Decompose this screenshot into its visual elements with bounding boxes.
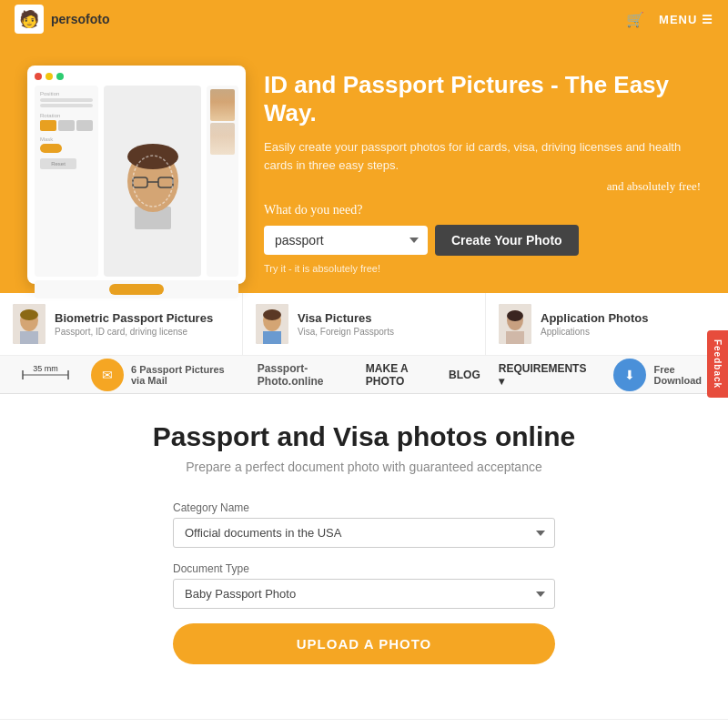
svg-rect-14 xyxy=(263,331,281,344)
nav-requirements[interactable]: REQUIREMENTS xyxy=(499,362,587,388)
mockup-rotation-control: Rotation xyxy=(40,113,93,131)
logo-icon: 🧑 xyxy=(15,5,44,34)
svg-point-2 xyxy=(127,144,178,169)
nav-blog[interactable]: BLOG xyxy=(449,369,480,381)
document-select[interactable]: Baby Passport Photo US Passport US Visa xyxy=(173,579,555,609)
svg-point-17 xyxy=(507,310,523,321)
category-label: Category Name xyxy=(173,501,555,514)
category-select[interactable]: Official documents in the USA European d… xyxy=(173,518,555,548)
mail-feature: ✉ 6 Passport Pictures via Mail xyxy=(91,359,239,391)
hero-form: passport visa id card driving license Cr… xyxy=(264,225,701,256)
svg-text:35 mm: 35 mm xyxy=(33,364,58,373)
application-photo-img xyxy=(499,304,531,344)
main-title: Passport and Visa photos online xyxy=(36,421,692,452)
mockup-min-dot xyxy=(46,73,53,80)
dimension-feature: 35 mm xyxy=(18,361,73,389)
svg-point-13 xyxy=(263,309,281,320)
hero-try-text: Try it - it is absolutely free! xyxy=(264,263,701,274)
hero-title: ID and Passport Pictures - The Easy Way. xyxy=(264,71,701,127)
photo-types-bar: Biometric Passport Pictures Passport, ID… xyxy=(0,293,728,356)
application-subtitle: Applications xyxy=(541,327,648,337)
feedback-tab[interactable]: Feedback xyxy=(707,330,728,398)
main-content: Passport and Visa photos online Prepare … xyxy=(0,394,728,719)
biometric-subtitle: Passport, ID card, driving license xyxy=(55,327,213,337)
photo-form: Category Name Official documents in the … xyxy=(173,501,555,664)
bottom-nav-strip: 35 mm ✉ 6 Passport Pictures via Mail Pas… xyxy=(0,356,728,394)
hero-content: ID and Passport Pictures - The Easy Way.… xyxy=(264,56,701,274)
photo-type-biometric[interactable]: Biometric Passport Pictures Passport, ID… xyxy=(0,293,243,355)
face-illustration xyxy=(116,134,189,229)
svg-point-9 xyxy=(20,309,38,320)
main-subtitle: Prepare a perfect document photo with gu… xyxy=(36,460,692,474)
mockup-close-dot xyxy=(35,73,42,80)
logo-area[interactable]: 🧑 persofoto xyxy=(15,5,110,34)
application-title: Application Photos xyxy=(541,311,648,325)
svg-rect-18 xyxy=(506,331,524,344)
mail-icon: ✉ xyxy=(91,359,124,391)
document-label: Document Type xyxy=(173,562,555,575)
mockup-main xyxy=(104,86,238,277)
hero-subtitle: Easily create your passport photos for i… xyxy=(264,138,701,174)
menu-button[interactable]: MENU ☰ xyxy=(659,13,713,26)
photo-type-application[interactable]: Application Photos Applications xyxy=(486,293,728,355)
upload-photo-button[interactable]: UPLOAD A PHOTO xyxy=(173,623,555,664)
biometric-photo-img xyxy=(13,304,46,344)
hero-what-label: What do you need? xyxy=(264,203,701,217)
hero-section: Position Rotation Mask Reset xyxy=(0,38,728,293)
download-feature: ⬇ Free Download xyxy=(613,359,710,391)
mockup-body: Position Rotation Mask Reset xyxy=(35,86,238,277)
category-group: Category Name Official documents in the … xyxy=(173,501,555,548)
visa-photo-img xyxy=(256,304,288,344)
download-feature-text: Free Download xyxy=(653,364,710,386)
visa-subtitle: Visa, Foreign Passports xyxy=(298,327,394,337)
photo-type-visa[interactable]: Visa Pictures Visa, Foreign Passports xyxy=(243,293,486,355)
mockup-sidebar: Position Rotation Mask Reset xyxy=(35,86,98,277)
visa-title: Visa Pictures xyxy=(298,311,394,325)
document-group: Document Type Baby Passport Photo US Pas… xyxy=(173,562,555,609)
bottom-logo: Passport-Photo.online xyxy=(258,362,348,388)
header: 🧑 persofoto 🛒 MENU ☰ xyxy=(0,0,728,38)
bottom-nav-links: Passport-Photo.online MAKE A PHOTO BLOG … xyxy=(258,362,587,388)
hero-free-text: and absolutely free! xyxy=(264,179,701,194)
bottom-section: Passport Photo Online - Do it Yourself! … xyxy=(0,719,728,728)
mail-feature-text: 6 Passport Pictures via Mail xyxy=(131,364,239,386)
cart-icon[interactable]: 🛒 xyxy=(626,11,644,28)
photo-type-select[interactable]: passport visa id card driving license xyxy=(264,226,428,255)
mockup-mask-control: Mask xyxy=(40,136,93,153)
mockup-max-dot xyxy=(56,73,64,80)
mockup-toolbar xyxy=(35,73,238,80)
mockup-position-control: Position xyxy=(40,91,93,107)
mockup-preview xyxy=(207,86,238,277)
biometric-title: Biometric Passport Pictures xyxy=(55,311,213,325)
svg-rect-10 xyxy=(20,331,38,344)
app-mockup: Position Rotation Mask Reset xyxy=(27,66,246,284)
download-icon: ⬇ xyxy=(613,359,646,391)
create-photo-button[interactable]: Create Your Photo xyxy=(435,225,579,256)
header-nav: 🛒 MENU ☰ xyxy=(626,11,713,28)
logo-text: persofoto xyxy=(51,12,110,26)
dimension-diagram: 35 mm xyxy=(18,361,73,389)
mockup-photo xyxy=(104,86,201,277)
nav-make-photo[interactable]: MAKE A PHOTO xyxy=(366,362,430,388)
mockup-bottom-bar xyxy=(35,280,238,298)
mockup-reset-btn: Reset xyxy=(40,158,76,169)
